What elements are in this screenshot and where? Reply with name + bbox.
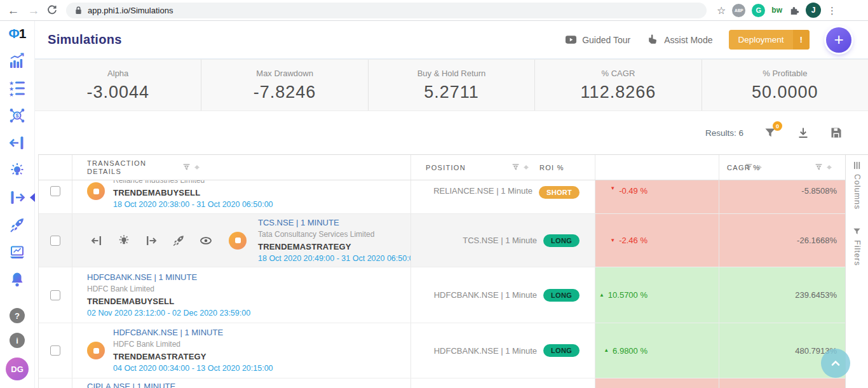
column-header-roi: ROI % — [539, 164, 564, 171]
symbol-link[interactable]: TCS.NSE | 1 MINUTE — [258, 217, 410, 229]
arrow-to-bar-left-icon[interactable] — [90, 234, 103, 247]
deployment-button[interactable]: Deployment ! — [729, 30, 810, 50]
sidebar-item-ideas[interactable] — [0, 161, 35, 180]
roi-up-icon: ▲ — [604, 348, 609, 353]
stat-profitable: % Profitable 50.0000 — [702, 60, 868, 110]
create-new-button[interactable]: + — [826, 27, 851, 53]
back-button[interactable]: ← — [6, 4, 20, 17]
period-link[interactable]: 18 Oct 2020 20:38:00 - 31 Oct 2020 06:50… — [113, 199, 273, 211]
cagr-value: -5.8508% — [801, 186, 837, 196]
stat-cagr: % CAGR 112.8266 — [535, 60, 702, 110]
info-button[interactable]: i — [10, 333, 25, 348]
row-checkbox[interactable] — [50, 345, 60, 356]
sidebar-item-live-monitor[interactable] — [0, 243, 35, 262]
table-row[interactable]: TCS.NSE | 1 MINUTE Tata Consultancy Serv… — [39, 214, 845, 267]
browser-profile-avatar[interactable]: J — [806, 3, 821, 18]
period-link[interactable]: 02 Nov 2020 23:12:00 - 02 Dec 2020 23:59… — [87, 307, 250, 319]
roi-down-icon: ▼ — [610, 238, 615, 243]
position-text: TCS.NSE | 1 Minute — [463, 236, 537, 245]
roi-value: 10.5700 % — [608, 290, 648, 300]
strategy-status-icon[interactable] — [87, 182, 105, 200]
roi-down-icon: ▼ — [610, 186, 615, 191]
row-checkbox[interactable] — [50, 186, 60, 196]
guided-tour-button[interactable]: Guided Tour — [565, 34, 630, 46]
star-list-icon: ★ ★ ★ — [9, 80, 25, 97]
select-all-header-cell — [39, 155, 72, 180]
stat-buy-hold-return: Buy & Hold Return 5.2711 — [369, 60, 535, 110]
bell-icon — [9, 271, 25, 288]
sidebar-item-strategies[interactable]: $ — [0, 106, 35, 125]
filter-count-badge: 0 — [773, 121, 782, 131]
position-text: HDFCBANK.NSE | 1 Minute — [434, 290, 537, 300]
adblock-extension-icon[interactable]: ABP — [732, 4, 745, 17]
user-avatar[interactable]: DG — [6, 358, 29, 380]
address-bar[interactable]: app.phi1.io/Simulations — [66, 3, 707, 18]
symbol-link[interactable]: HDFCBANK.NSE | 1 MINUTE — [87, 271, 250, 283]
column-sort-icon[interactable] — [194, 163, 200, 172]
url-text: app.phi1.io/Simulations — [88, 6, 173, 15]
svg-text:★: ★ — [9, 91, 14, 97]
help-button[interactable]: ? — [10, 308, 25, 323]
grammarly-extension-icon[interactable]: G — [752, 4, 765, 17]
period-link[interactable]: 04 Oct 2020 00:34:00 - 13 Oct 2020 20:15… — [113, 363, 273, 375]
table-row[interactable]: Reliance Industries Limited TRENDEMABUYS… — [39, 180, 845, 214]
download-icon — [797, 126, 810, 139]
roi-value: 6.9800 % — [613, 346, 648, 356]
save-button[interactable] — [830, 126, 843, 139]
company-name: HDFC Bank Limited — [87, 283, 250, 295]
rocket-icon[interactable] — [172, 234, 185, 247]
phi1-logo[interactable]: Φ1 — [9, 26, 26, 41]
strategy-status-icon[interactable] — [229, 232, 247, 250]
symbol-link[interactable]: HDFCBANK.NSE | 1 MINUTE — [113, 326, 273, 338]
arrow-from-bar-right-icon[interactable] — [145, 234, 158, 247]
column-filter-icon[interactable] — [182, 163, 191, 171]
roi-value: -2.46 % — [619, 236, 648, 245]
page-title: Simulations — [48, 32, 122, 47]
roi-value: -0.49 % — [619, 186, 648, 196]
filters-funnel-icon[interactable] — [853, 227, 861, 236]
strategy-status-icon[interactable] — [87, 342, 105, 359]
lightbulb-icon[interactable] — [118, 234, 130, 247]
strategy-name: TRENDEMASTRATEGY — [258, 241, 410, 253]
arrow-from-bar-right-icon — [9, 189, 25, 206]
column-filter-icon[interactable] — [512, 163, 520, 171]
bookmark-star-icon[interactable]: ☆ — [717, 4, 726, 17]
column-sort-icon[interactable] — [524, 163, 529, 172]
columns-panel-toggle[interactable]: Columns — [853, 174, 862, 210]
row-checkbox[interactable] — [50, 290, 60, 300]
sidebar-item-watchlist[interactable]: ★ ★ ★ — [0, 79, 35, 98]
browser-menu-icon[interactable]: ⋮ — [827, 6, 835, 15]
table-row[interactable]: CIPLA.NSE | 1 MINUTE — [39, 378, 845, 388]
column-filter-icon[interactable] — [815, 163, 823, 171]
columns-menu-icon[interactable] — [853, 161, 861, 170]
sidebar-item-simulations[interactable] — [0, 188, 35, 207]
row-checkbox[interactable] — [50, 236, 60, 246]
company-name: HDFC Bank Limited — [113, 338, 273, 351]
cagr-value: -26.1668% — [797, 236, 837, 245]
table-row[interactable]: HDFCBANK.NSE | 1 MINUTE HDFC Bank Limite… — [39, 267, 845, 323]
symbol-link[interactable]: CIPLA.NSE | 1 MINUTE — [87, 380, 175, 388]
download-button[interactable] — [797, 126, 810, 139]
table-row[interactable]: HDFCBANK.NSE | 1 MINUTE HDFC Bank Limite… — [39, 323, 845, 378]
forward-button[interactable]: → — [27, 4, 41, 17]
sidebar-item-backtest[interactable] — [0, 133, 35, 152]
period-link[interactable]: 18 Oct 2020 20:49:00 - 31 Oct 2020 06:50… — [258, 253, 410, 265]
page-header: Simulations Guided Tour Assist Mode — [35, 21, 868, 59]
extensions-puzzle-icon[interactable] — [789, 5, 799, 16]
chevron-up-icon — [830, 358, 841, 369]
stat-alpha: Alpha -3.0044 — [35, 60, 201, 110]
lightbulb-icon — [9, 162, 25, 178]
filters-panel-toggle[interactable]: Filters — [853, 240, 862, 266]
bw-extension-icon[interactable]: bw — [771, 6, 782, 15]
cagr-value: 239.6453% — [795, 290, 837, 300]
sidebar-item-notifications[interactable] — [0, 270, 35, 289]
sidebar-item-deploy[interactable] — [0, 215, 35, 234]
filter-button[interactable]: 0 — [764, 126, 776, 139]
assist-mode-button[interactable]: Assist Mode — [647, 34, 712, 46]
sidebar-item-analytics[interactable] — [0, 51, 35, 70]
scroll-to-top-button[interactable] — [821, 349, 850, 378]
reload-icon[interactable] — [47, 5, 57, 15]
eye-icon[interactable] — [200, 234, 212, 247]
laptop-chart-icon — [9, 244, 25, 260]
column-sort-icon[interactable] — [827, 163, 832, 172]
